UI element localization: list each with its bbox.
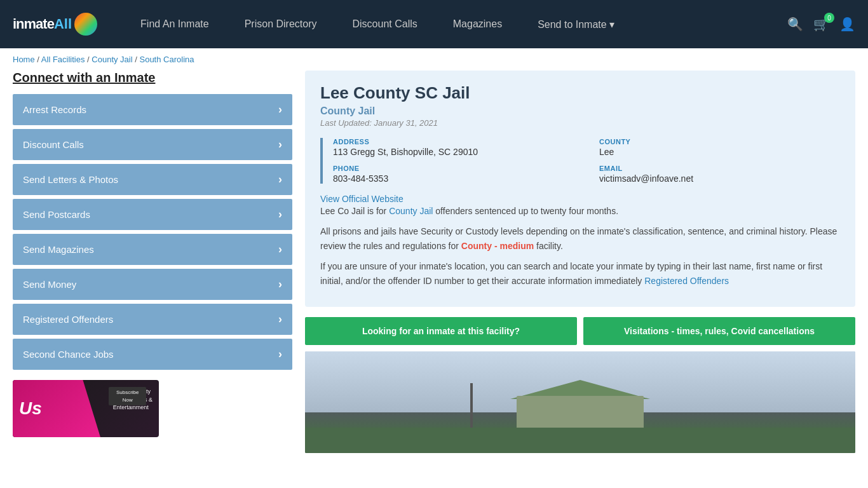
phone-group: PHONE 803-484-5353 [333, 165, 574, 184]
breadcrumb-state[interactable]: South Carolina [139, 55, 194, 64]
sidebar-item-label: Send Magazines [23, 244, 94, 255]
image-pole [470, 383, 473, 434]
county-jail-link-1[interactable]: County Jail [389, 206, 433, 216]
facility-card: Lee County SC Jail County Jail Last Upda… [305, 71, 855, 307]
facility-type: County Jail [320, 105, 840, 117]
content-area: Lee County SC Jail County Jail Last Upda… [305, 71, 855, 453]
nav-magazines[interactable]: Magazines [435, 0, 520, 48]
sidebar-item-registered-offenders[interactable]: Registered Offenders › [13, 304, 292, 335]
sidebar-item-label: Discount Calls [23, 139, 84, 150]
action-buttons: Looking for an inmate at this facility? … [305, 317, 855, 345]
ad-subscribe-button[interactable]: Subscribe Now [109, 387, 146, 405]
address-value: 113 Gregg St, Bishopville, SC 29010 [333, 147, 574, 157]
phone-label: PHONE [333, 165, 574, 172]
sidebar-item-send-money[interactable]: Send Money › [13, 269, 292, 300]
advertisement: Us Latest Celebrity News, Pictures & Ent… [13, 380, 159, 437]
nav-icons: 🔍 🛒 0 👤 [787, 17, 855, 32]
sidebar-item-second-chance-jobs[interactable]: Second Chance Jobs › [13, 339, 292, 370]
sidebar-item-label: Send Letters & Photos [23, 174, 118, 185]
sidebar-item-label: Send Postcards [23, 209, 90, 220]
breadcrumb-all-facilities[interactable]: All Facilities [41, 55, 85, 64]
main-layout: Connect with an Inmate Arrest Records › … [0, 71, 868, 453]
chevron-right-icon: › [278, 208, 282, 221]
address-group: ADDRESS 113 Gregg St, Bishopville, SC 29… [333, 138, 574, 157]
breadcrumb-home[interactable]: Home [13, 55, 35, 64]
chevron-right-icon: › [278, 348, 282, 361]
image-trees [305, 428, 855, 453]
desc-paragraph-3: If you are unsure of your inmate's locat… [320, 259, 840, 288]
email-group: EMAIL victimsadv@infoave.net [599, 165, 840, 184]
user-icon[interactable]: 👤 [839, 17, 855, 32]
logo-suffix: All [54, 16, 72, 32]
sidebar-item-arrest-records[interactable]: Arrest Records › [13, 94, 292, 125]
visitations-button[interactable]: Visitations - times, rules, Covid cancel… [583, 317, 855, 345]
chevron-right-icon: › [278, 103, 282, 116]
desc-paragraph-2: All prisons and jails have Security or C… [320, 224, 840, 253]
breadcrumb: Home / All Facilities / County Jail / So… [0, 48, 868, 71]
chevron-right-icon: › [278, 313, 282, 326]
facility-info: ADDRESS 113 Gregg St, Bishopville, SC 29… [320, 138, 840, 184]
chevron-right-icon: › [278, 138, 282, 151]
site-logo[interactable]: inmate All [13, 13, 97, 36]
nav-find-inmate[interactable]: Find An Inmate [123, 0, 227, 48]
chevron-right-icon: › [278, 243, 282, 256]
facility-image [305, 351, 855, 453]
sidebar-item-label: Arrest Records [23, 104, 86, 115]
county-medium-link[interactable]: County - medium [461, 241, 534, 251]
ad-logo: Us [19, 398, 42, 419]
navbar: inmate All Find An Inmate Prison Directo… [0, 0, 868, 48]
sidebar-item-send-postcards[interactable]: Send Postcards › [13, 199, 292, 230]
search-icon[interactable]: 🔍 [787, 17, 803, 32]
sidebar-item-send-magazines[interactable]: Send Magazines › [13, 234, 292, 265]
sidebar-item-label: Registered Offenders [23, 314, 113, 325]
sidebar: Connect with an Inmate Arrest Records › … [13, 71, 292, 453]
sidebar-item-discount-calls[interactable]: Discount Calls › [13, 129, 292, 160]
cart-icon[interactable]: 🛒 0 [813, 17, 829, 32]
chevron-right-icon: › [278, 278, 282, 291]
phone-value: 803-484-5353 [333, 173, 574, 184]
email-value: victimsadv@infoave.net [599, 173, 840, 184]
breadcrumb-county-jail[interactable]: County Jail [92, 55, 132, 64]
registered-offenders-link[interactable]: Registered Offenders [644, 276, 729, 286]
sidebar-title: Connect with an Inmate [13, 71, 292, 85]
email-label: EMAIL [599, 165, 840, 172]
facility-name: Lee County SC Jail [320, 83, 840, 103]
find-inmate-button[interactable]: Looking for an inmate at this facility? [305, 317, 577, 345]
logo-text: inmate [13, 16, 54, 32]
nav-discount-calls[interactable]: Discount Calls [334, 0, 435, 48]
county-group: COUNTY Lee [599, 138, 840, 157]
county-value: Lee [599, 147, 840, 157]
nav-send-to-inmate[interactable]: Send to Inmate ▾ [520, 0, 632, 48]
nav-menu: Find An Inmate Prison Directory Discount… [123, 0, 787, 48]
ad-text: Latest Celebrity News, Pictures & Entert… [109, 388, 153, 412]
cart-badge: 0 [824, 13, 834, 23]
sidebar-item-label: Send Money [23, 279, 76, 290]
address-label: ADDRESS [333, 138, 574, 146]
logo-icon [74, 13, 97, 36]
nav-prison-directory[interactable]: Prison Directory [227, 0, 335, 48]
facility-last-updated: Last Updated: January 31, 2021 [320, 118, 840, 128]
sidebar-menu: Arrest Records › Discount Calls › Send L… [13, 94, 292, 370]
county-label: COUNTY [599, 138, 840, 146]
official-website-link[interactable]: View Official Website [320, 194, 840, 204]
sidebar-item-send-letters[interactable]: Send Letters & Photos › [13, 164, 292, 195]
chevron-right-icon: › [278, 173, 282, 186]
desc-paragraph-1: Lee Co Jail is for County Jail offenders… [320, 204, 840, 218]
facility-description: Lee Co Jail is for County Jail offenders… [320, 204, 840, 288]
sidebar-item-label: Second Chance Jobs [23, 349, 114, 360]
